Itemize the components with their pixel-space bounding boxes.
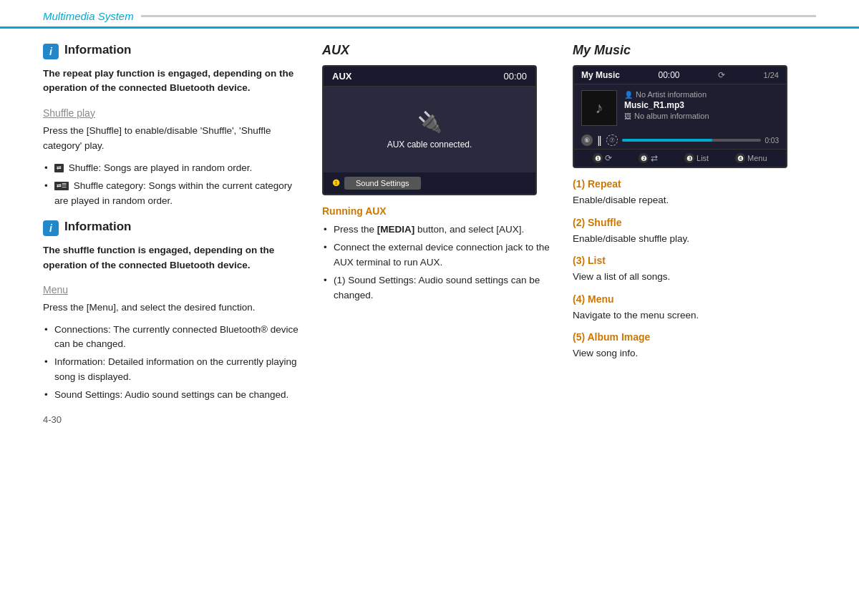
mymusic-title: My Music — [573, 43, 816, 58]
aux-screen: AUX 00:00 🔌 AUX cable connected. ❶ Sound… — [322, 65, 537, 195]
mm-footer-num-1: ❶ — [593, 153, 603, 163]
mm-artist-line: 👤 No Artist information — [624, 90, 779, 99]
mm-footer: ❶ ⟳ ❷ ⇄ ❸ List ❹ Menu — [574, 149, 786, 167]
list-body: View a list of all songs. — [573, 269, 816, 285]
middle-column: AUX AUX 00:00 🔌 AUX cable connected. ❶ S… — [322, 43, 551, 425]
menu-bullet-2: Information: Detailed information on the… — [43, 355, 301, 385]
menu-bullets: Connections: The currently connected Blu… — [43, 323, 301, 404]
mm-repeat-btn-icon: ⟳ — [605, 153, 612, 163]
menu-heading-right: (4) Menu — [573, 293, 816, 305]
section-album-image: (5) Album Image View song info. — [573, 331, 816, 361]
mm-header: My Music 00:00 ⟳ 1/24 — [574, 67, 786, 84]
list-heading: (3) List — [573, 255, 816, 266]
header-line — [141, 15, 816, 17]
aux-screen-time: 00:00 — [503, 71, 527, 82]
mm-album-line: 🖼 No album information — [624, 112, 779, 120]
album-image-heading: (5) Album Image — [573, 331, 816, 343]
mm-artist-icon: 👤 — [624, 91, 633, 99]
shuffle-icon-2: ⇄☰ — [54, 182, 69, 190]
mm-screen-label: My Music — [581, 70, 620, 80]
mm-artist-text: No Artist information — [636, 90, 707, 99]
aux-screen-label: AUX — [332, 71, 351, 82]
mm-progress-fill — [622, 139, 712, 142]
info-title-2: Information — [64, 220, 132, 234]
mm-list-label: List — [697, 154, 709, 162]
aux-screen-header: AUX 00:00 — [324, 67, 535, 87]
mm-album-icon-small: 🖼 — [624, 112, 631, 120]
mm-circle-6: ⑥ — [581, 135, 593, 146]
section-menu: (4) Menu Navigate to the menu screen. — [573, 293, 816, 323]
running-bullet-1: Press the [MEDIA] button, and select [AU… — [322, 223, 551, 238]
running-aux-title: Running AUX — [322, 205, 551, 217]
info-text-2: The shuffle function is engaged, dependi… — [43, 243, 301, 273]
section-list: (3) List View a list of all songs. — [573, 255, 816, 285]
mm-info: 👤 No Artist information Music_R1.mp3 🖼 N… — [624, 90, 779, 126]
info-title-1: Information — [64, 43, 132, 57]
mm-footer-num-4: ❹ — [735, 153, 745, 163]
info-icon-2: i — [43, 220, 59, 236]
right-column: My Music My Music 00:00 ⟳ 1/24 ♪ 👤 No Ar… — [573, 43, 816, 425]
mymusic-screen: My Music 00:00 ⟳ 1/24 ♪ 👤 No Artist info… — [573, 65, 787, 168]
running-aux-bullets: Press the [MEDIA] button, and select [AU… — [322, 223, 551, 303]
mm-shuffle-btn-icon: ⇄ — [651, 153, 658, 163]
mm-repeat-icon: ⟳ — [718, 70, 725, 80]
mm-screen-time: 00:00 — [659, 70, 680, 80]
mm-progress-bar — [622, 139, 761, 142]
mm-body: ♪ 👤 No Artist information Music_R1.mp3 🖼… — [574, 84, 786, 132]
page-number: 4-30 — [43, 414, 301, 425]
mm-song-name: Music_R1.mp3 — [624, 100, 779, 110]
header-title: Multimedia System — [43, 10, 134, 22]
aux-connected-text: AUX cable connected. — [387, 140, 472, 150]
shuffle-bullets: ⇄ Shuffle: Songs are played in random or… — [43, 161, 301, 209]
mm-footer-num-2: ❷ — [639, 153, 649, 163]
menu-bullet-1: Connections: The currently connected Blu… — [43, 323, 301, 353]
mm-footer-btn-1[interactable]: ❶ ⟳ — [593, 153, 612, 163]
aux-title: AUX — [322, 43, 551, 58]
aux-sound-settings-button[interactable]: Sound Settings — [344, 177, 421, 190]
running-bullet-3: (1) Sound Settings: Audio sound settings… — [322, 273, 551, 303]
menu-bullet-3: Sound Settings: Audio sound settings can… — [43, 388, 301, 403]
info-icon-1: i — [43, 44, 59, 59]
info-text-1: The repeat play function is engaged, dep… — [43, 67, 301, 96]
section-repeat: (1) Repeat Enable/disable repeat. — [573, 178, 816, 208]
mm-music-note-icon: ♪ — [596, 99, 603, 117]
repeat-body: Enable/disable repeat. — [573, 192, 816, 208]
aux-plug-icon: 🔌 — [417, 110, 442, 134]
info-box-2: i Information — [43, 220, 301, 236]
mm-album-text: No album information — [634, 112, 709, 120]
aux-footer-number: ❶ — [332, 178, 340, 188]
main-content: i Information The repeat play function i… — [0, 29, 859, 439]
mm-menu-label: Menu — [747, 154, 767, 162]
shuffle-heading: Shuffle play — [43, 107, 301, 119]
header: Multimedia System — [0, 0, 859, 29]
menu-heading: Menu — [43, 284, 301, 295]
album-image-body: View song info. — [573, 346, 816, 361]
mm-circle-7: ⑦ — [606, 135, 618, 146]
shuffle-icon-1: ⇄ — [54, 164, 64, 172]
left-column: i Information The repeat play function i… — [43, 43, 301, 425]
mm-album-art: ♪ — [581, 90, 617, 126]
shuffle-bullet-1: ⇄ Shuffle: Songs are played in random or… — [43, 161, 301, 176]
info-box-1: i Information — [43, 43, 301, 59]
mm-pause-icon: ‖ — [597, 135, 602, 146]
menu-body-right: Navigate to the menu screen. — [573, 308, 816, 323]
shuffle-heading-right: (2) Shuffle — [573, 217, 816, 228]
aux-footer: ❶ Sound Settings — [324, 172, 535, 194]
shuffle-body-right: Enable/disable shuffle play. — [573, 231, 816, 247]
aux-body: 🔌 AUX cable connected. — [324, 87, 535, 172]
mm-duration: 0:03 — [765, 137, 779, 145]
mm-count: 1/24 — [764, 71, 779, 79]
running-bullet-2: Connect the external device connection j… — [322, 240, 551, 270]
mm-footer-btn-2[interactable]: ❷ ⇄ — [639, 153, 658, 163]
shuffle-body: Press the [Shuffle] to enable/disable 'S… — [43, 123, 301, 154]
shuffle-bullet-2: ⇄☰ Shuffle category: Songs within the cu… — [43, 179, 301, 209]
mm-footer-num-3: ❸ — [684, 153, 694, 163]
menu-body: Press the [Menu], and select the desired… — [43, 300, 301, 316]
section-shuffle: (2) Shuffle Enable/disable shuffle play. — [573, 217, 816, 247]
mm-footer-btn-4[interactable]: ❹ Menu — [735, 153, 767, 163]
repeat-heading: (1) Repeat — [573, 178, 816, 190]
mm-footer-btn-3[interactable]: ❸ List — [684, 153, 709, 163]
mm-progress-row: ⑥ ‖ ⑦ 0:03 — [574, 132, 786, 149]
